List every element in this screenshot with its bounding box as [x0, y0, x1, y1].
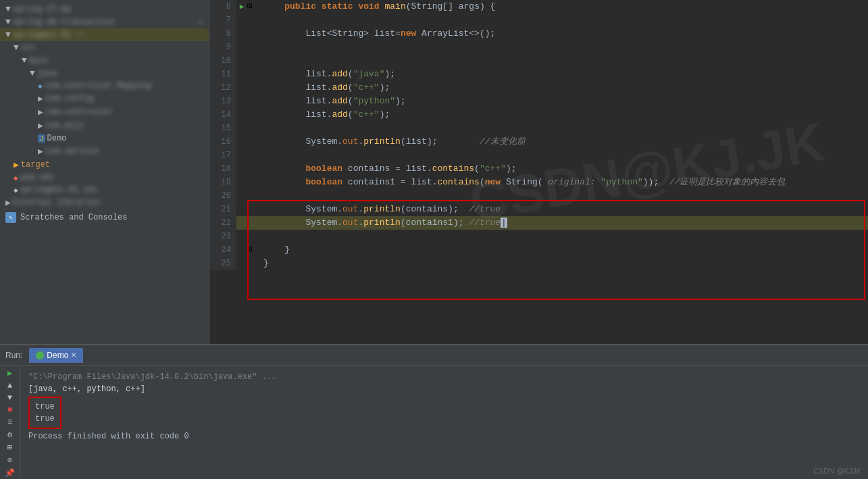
console-line-true2: true — [35, 413, 55, 425]
sidebar-label: com.service — [45, 147, 99, 156]
line-gutter-6: ⊡ — [247, 0, 258, 14]
code-line-10: 10 — [209, 54, 868, 68]
console-line-true1: true — [35, 401, 55, 413]
run-button-6[interactable]: ▶ — [236, 0, 247, 14]
sidebar-item-main[interactable]: ▼ main — [0, 54, 209, 67]
code-lines: 6 ▶ ⊡ public static void main(String[] a… — [209, 0, 868, 270]
code-line-24: 24 ⊡ } — [209, 243, 868, 257]
line-content-16: System.out.println(list); //未变化前 — [258, 135, 868, 149]
line-num-10: 10 — [209, 54, 236, 68]
code-line-18: 18 boolean contains = list.contains("c++… — [209, 162, 868, 176]
sidebar-extra: g↑ — [198, 18, 206, 26]
sidebar-label: com.config — [45, 94, 94, 103]
sidebar-item-com-service[interactable]: ▶ com.service — [0, 145, 209, 158]
line-num-19: 19 — [209, 176, 236, 189]
clear-btn[interactable]: ⊘ — [3, 455, 18, 465]
sidebar-label: External libraries — [13, 198, 101, 207]
sidebar-label: java — [37, 69, 57, 78]
line-content-14: list.add("c++"); — [258, 108, 868, 122]
line-content-19: boolean contains1 = list.contains(new St… — [258, 176, 868, 189]
sidebar-item-scratches[interactable]: ✎ Scratches and Consoles — [0, 209, 209, 226]
demo-tab-close[interactable]: ✕ — [71, 351, 76, 359]
output-box: true true — [28, 397, 61, 429]
sidebar-item-external-libs[interactable]: ▶ External libraries — [0, 196, 209, 209]
code-line-25: 25 } — [209, 257, 868, 270]
sidebar-item-spring-db[interactable]: ▼ spring-db-transaction g↑ — [0, 16, 209, 28]
iml-file-icon: ◆ — [14, 186, 18, 195]
folder-icon: ▶ — [38, 120, 43, 131]
sidebar-item-com-mapping[interactable]: ◆ com.controller.Mapping — [0, 80, 209, 92]
console-line-1: "C:\Program Files\Java\jdk-14.0.2\bin\ja… — [28, 371, 860, 383]
sidebar-item-iml[interactable]: ◆ springmvc-01.iml — [0, 184, 209, 196]
sidebar-item-springmvc[interactable]: ▼ springmvc-01 jm — [0, 28, 209, 41]
code-line-11: 11 list.add("java"); — [209, 68, 868, 81]
sidebar-item-spring-it[interactable]: ▼ spring-IT-mp — [0, 3, 209, 16]
sidebar-item-com-controller[interactable]: ▶ com.controller — [0, 105, 209, 119]
demo-tab-icon — [36, 351, 44, 359]
sidebar-item-com-pojo[interactable]: ▶ com.pojo — [0, 119, 209, 132]
folder-icon: ▼ — [5, 4, 11, 14]
folder-icon: ▼ — [30, 68, 35, 78]
line-num-16: 16 — [209, 135, 236, 149]
folder-icon: ▼ — [5, 17, 11, 27]
console-sidebar: ▶ ▲ ▼ ■ ≡ ⚙ ⊞ ⊘ 📌 — [0, 365, 20, 479]
sidebar-item-src[interactable]: ▼ src — [0, 41, 209, 54]
sidebar-label: springmvc-01 — [13, 30, 71, 40]
line-num-25: 25 — [209, 257, 236, 270]
sidebar-label: com.controller — [45, 107, 113, 117]
line-content-12: list.add("c++"); — [258, 81, 868, 95]
sidebar-item-demo[interactable]: J Demo — [0, 132, 209, 145]
settings-btn[interactable]: ⚙ — [3, 430, 18, 440]
code-line-20: 20 — [209, 189, 868, 203]
code-editor[interactable]: CSDN@KJ.JK 6 ▶ ⊡ public static void main… — [209, 0, 868, 344]
line-content-8: List<String> list=new ArrayList<>(); — [258, 27, 868, 41]
line-num-17: 17 — [209, 149, 236, 162]
sidebar-label: spring-db-transaction — [13, 18, 115, 27]
code-line-12: 12 list.add("c++"); — [209, 81, 868, 95]
code-line-14: 14 list.add("c++"); — [209, 108, 868, 122]
sidebar-scratches-label: Scratches and Consoles — [20, 213, 127, 222]
code-line-8: 8 List<String> list=new ArrayList<>(); — [209, 27, 868, 41]
run-console-btn[interactable]: ▶ — [3, 368, 18, 378]
layout-btn[interactable]: ⊞ — [3, 443, 18, 453]
line-num-13: 13 — [209, 95, 236, 108]
code-line-16: 16 System.out.println(list); //未变化前 — [209, 135, 868, 149]
code-line-19: 19 boolean contains1 = list.contains(new… — [209, 176, 868, 189]
sidebar-item-java[interactable]: ▼ java — [0, 67, 209, 80]
line-content-25: } — [258, 257, 868, 270]
line-num-14: 14 — [209, 108, 236, 122]
file-icon: ◆ — [38, 82, 43, 91]
code-line-23: 23 — [209, 230, 868, 243]
code-line-13: 13 list.add("python"); — [209, 95, 868, 108]
code-line-21: 21 System.out.println(contains); //true — [209, 203, 868, 216]
line-num-11: 11 — [209, 68, 236, 81]
sidebar-item-com-config[interactable]: ▶ com.config — [0, 92, 209, 105]
folder-icon: ▼ — [14, 43, 19, 53]
line-num-12: 12 — [209, 81, 236, 95]
xml-file-icon: ◆ — [14, 174, 18, 182]
code-line-9: 9 — [209, 41, 868, 54]
scratches-icon: ✎ — [5, 212, 16, 223]
pin-btn[interactable]: 📌 — [3, 468, 18, 478]
console-content: ▶ ▲ ▼ ■ ≡ ⚙ ⊞ ⊘ 📌 "C:\Program Files\Java… — [0, 365, 868, 479]
line-num-8: 8 — [209, 27, 236, 41]
scroll-down-btn[interactable]: ▼ — [3, 393, 18, 403]
sidebar-item-pom[interactable]: ◆ pom.xml — [0, 172, 209, 184]
code-line-17: 17 — [209, 149, 868, 162]
scroll-up-btn[interactable]: ▲ — [3, 381, 18, 390]
line-num-15: 15 — [209, 122, 236, 135]
line-num-7: 7 — [209, 14, 236, 27]
stop-btn[interactable]: ■ — [3, 405, 18, 415]
demo-tab[interactable]: Demo ✕ — [29, 348, 83, 363]
folder-icon-orange: ▶ — [14, 159, 19, 170]
sidebar: ▼ spring-IT-mp ▼ spring-db-transaction g… — [0, 0, 209, 344]
sidebar-label: pom.xml — [20, 173, 54, 182]
line-num-18: 18 — [209, 162, 236, 176]
sidebar-label: spring-IT-mp — [13, 5, 71, 14]
demo-tab-label: Demo — [47, 351, 68, 360]
wrap-btn[interactable]: ≡ — [3, 418, 18, 427]
sidebar-extra2: jm — [76, 31, 84, 39]
sidebar-item-target[interactable]: ▶ target — [0, 158, 209, 172]
line-num-24: 24 — [209, 243, 236, 257]
code-line-7: 7 — [209, 14, 868, 27]
